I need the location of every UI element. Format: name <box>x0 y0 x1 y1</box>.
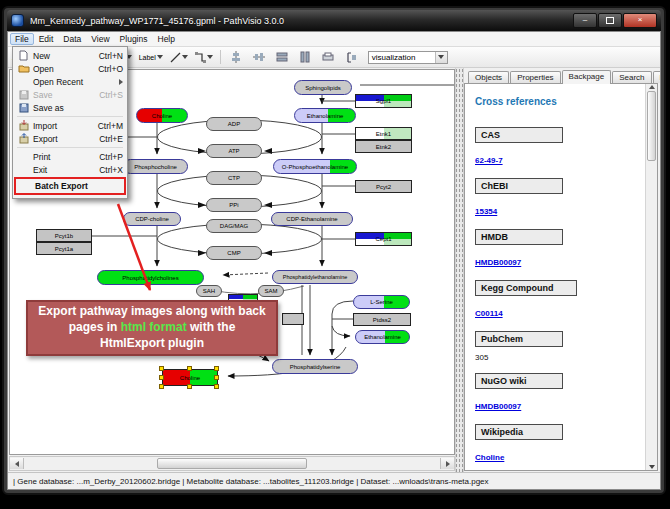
align-center-button[interactable] <box>226 48 246 66</box>
xref-link[interactable]: 15354 <box>475 207 497 216</box>
tab-legend[interactable]: Legend <box>653 71 661 83</box>
file-menu-print[interactable]: PrintCtrl+P <box>14 150 126 163</box>
xref-section-kegg: Kegg Compound C00114 <box>475 280 643 320</box>
node-sam[interactable]: SAM <box>258 285 284 297</box>
node-cept1[interactable]: Cept1 <box>355 232 412 246</box>
node-l-serine[interactable]: L-Serine <box>353 295 410 309</box>
tab-objects[interactable]: Objects <box>468 71 509 83</box>
menu-separator <box>17 116 123 117</box>
label-tool-text: Label <box>139 54 156 61</box>
align-middle-button[interactable] <box>249 48 269 66</box>
distribute-horizontal-icon <box>276 51 288 63</box>
tab-search[interactable]: Search <box>612 71 651 83</box>
line-tool-button[interactable] <box>168 48 190 66</box>
selection-handle[interactable] <box>187 366 192 371</box>
node-pcyt1a[interactable]: Pcyt1a <box>36 242 92 255</box>
panel-scrollbar[interactable] <box>645 84 657 470</box>
selection-handle[interactable] <box>159 375 164 380</box>
app-icon <box>11 14 24 27</box>
node-o-phosphoethanolamine[interactable]: O-Phosphoethanolamine <box>273 159 357 174</box>
title-bar[interactable]: Mm_Kennedy_pathway_WP1771_45176.gpml - P… <box>7 10 661 31</box>
node-ethanolamine-bottom[interactable]: Ethanolamine <box>355 330 410 344</box>
menu-plugins[interactable]: Plugins <box>115 33 153 45</box>
visualization-combobox[interactable]: visualization <box>368 51 448 64</box>
node-adp[interactable]: ADP <box>206 117 262 131</box>
menu-data[interactable]: Data <box>58 33 86 45</box>
file-menu-save-as[interactable]: Save as <box>14 101 126 114</box>
menu-edit[interactable]: Edit <box>34 33 59 45</box>
side-panel: Objects Properties Backpage Search Legen… <box>464 68 660 472</box>
node-phosphatidylcholines[interactable]: Phosphatidylcholines <box>97 270 204 285</box>
xref-link[interactable]: 62-49-7 <box>475 156 503 165</box>
node-gene-partial[interactable] <box>282 313 304 325</box>
node-sphingolipids[interactable]: Sphingolipids <box>294 80 352 95</box>
selection-handle[interactable] <box>159 366 164 371</box>
selection-handle[interactable] <box>187 384 192 389</box>
properties-pane-button[interactable] <box>341 48 361 66</box>
xref-link[interactable]: HMDB00097 <box>475 258 521 267</box>
menu-help[interactable]: Help <box>153 33 180 45</box>
xref-link[interactable]: HMDB00097 <box>475 402 521 411</box>
xref-section-chebi: ChEBI 15354 <box>475 178 643 218</box>
xref-title: HMDB <box>475 229 563 245</box>
annotation-line2: pages in html format with the <box>28 320 276 336</box>
minimize-button[interactable]: – <box>573 13 597 28</box>
selection-handle[interactable] <box>214 375 219 380</box>
node-choline-top[interactable]: Choline <box>136 108 188 123</box>
horizontal-scrollbar[interactable] <box>9 456 455 471</box>
backpage-content: Cross references CAS 62-49-7 ChEBI 15354… <box>465 84 645 470</box>
node-etnk1[interactable]: Etnk1 <box>355 127 412 140</box>
selection-handle[interactable] <box>214 384 219 389</box>
side-pane-icon <box>345 52 357 63</box>
node-ptdss2[interactable]: Ptdss2 <box>353 313 411 326</box>
file-menu-import[interactable]: ImportCtrl+M <box>14 119 126 132</box>
distribute-horizontal-button[interactable] <box>272 48 292 66</box>
node-cdp-ethanolamine[interactable]: CDP-Ethanolamine <box>271 212 353 226</box>
node-ctp[interactable]: CTP <box>206 171 262 185</box>
tab-backpage[interactable]: Backpage <box>562 70 612 84</box>
distribute-vertical-button[interactable] <box>295 48 315 66</box>
node-etnk2[interactable]: Etnk2 <box>355 140 412 153</box>
menu-file[interactable]: File <box>10 33 34 45</box>
file-menu-open-recent[interactable]: Open Recent <box>14 75 126 88</box>
node-pcyt2[interactable]: Pcyt2 <box>355 180 412 193</box>
node-cmp[interactable]: CMP <box>206 246 262 260</box>
node-dag-mag[interactable]: DAG/MAG <box>206 219 262 233</box>
node-ethanolamine-top[interactable]: Ethanolamine <box>294 108 356 123</box>
file-menu-new[interactable]: NewCtrl+N <box>14 49 126 62</box>
open-folder-icon <box>16 63 31 74</box>
close-button[interactable]: × <box>623 13 657 28</box>
label-tool-button[interactable]: Label <box>137 48 165 66</box>
maximize-button[interactable] <box>598 13 622 28</box>
node-atp[interactable]: ATP <box>206 144 262 158</box>
selection-handle[interactable] <box>214 366 219 371</box>
node-ppi[interactable]: PPi <box>206 198 262 212</box>
node-phosphatidylethanolamine[interactable]: Phosphatidylethanolamine <box>272 270 358 284</box>
tab-properties[interactable]: Properties <box>510 71 560 83</box>
horizontal-scroll-track[interactable] <box>24 458 440 469</box>
connector-tool-button[interactable] <box>193 48 215 66</box>
panel-splitter[interactable] <box>455 68 464 472</box>
xref-link[interactable]: C00114 <box>475 309 503 318</box>
xref-link[interactable]: Choline <box>475 453 504 462</box>
file-menu-export[interactable]: ExportCtrl+E <box>14 132 126 145</box>
export-image-button[interactable] <box>318 48 338 66</box>
selection-handle[interactable] <box>159 384 164 389</box>
node-pcyt1b[interactable]: Pcyt1b <box>36 229 92 242</box>
node-phosphatidylserine[interactable]: Phosphatidylserine <box>272 359 358 374</box>
node-sah[interactable]: SAH <box>196 285 222 297</box>
horizontal-scroll-thumb[interactable] <box>157 458 307 469</box>
node-sgpl1[interactable]: Sgpl1 <box>355 94 412 108</box>
scroll-right-button[interactable] <box>440 458 454 469</box>
scroll-down-arrow[interactable] <box>649 465 655 469</box>
panel-scroll-thumb[interactable] <box>647 91 656 161</box>
node-cdp-choline[interactable]: CDP-choline <box>123 212 181 226</box>
menu-view[interactable]: View <box>86 33 114 45</box>
file-menu-exit[interactable]: ExitCtrl+X <box>14 163 126 176</box>
scroll-left-button[interactable] <box>10 458 24 469</box>
visualization-caret[interactable] <box>435 52 447 63</box>
node-phosphocholine[interactable]: Phosphocholine <box>123 159 188 174</box>
file-menu-open[interactable]: OpenCtrl+O <box>14 62 126 75</box>
file-menu-batch-export[interactable]: Batch Export <box>16 179 124 193</box>
scroll-up-arrow[interactable] <box>649 85 655 89</box>
